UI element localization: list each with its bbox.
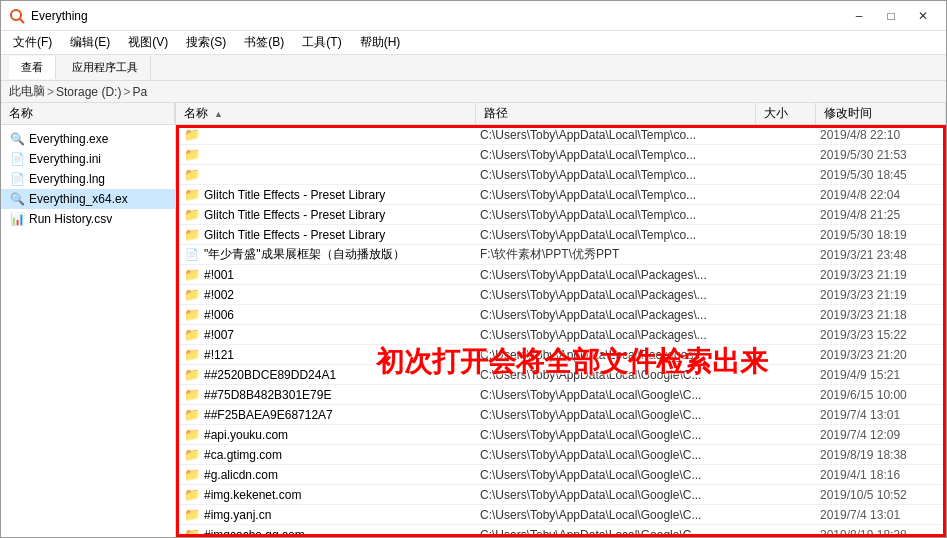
results-header: 名称 ▲ 路径 大小 修改时间 [176,103,946,125]
table-row[interactable]: 📁Glitch Title Effects - Preset Library C… [176,205,946,225]
folder-icon: 📁 [184,327,200,343]
col-header-date[interactable]: 修改时间 [816,103,946,124]
table-row[interactable]: 📁#g.alicdn.com C:\Users\Toby\AppData\Loc… [176,465,946,485]
svg-line-1 [20,19,24,23]
table-row[interactable]: 📁 C:\Users\Toby\AppData\Local\Temp\co...… [176,125,946,145]
everything-window: Everything – □ ✕ 文件(F) 编辑(E) 视图(V) 搜索(S)… [0,0,947,538]
left-item-everything-x64[interactable]: 🔍 Everything_x64.ex [1,189,175,209]
table-row[interactable]: 📁 C:\Users\Toby\AppData\Local\Temp\co...… [176,145,946,165]
main-content: 名称 🔍 Everything.exe 📄 Everything.ini 📄 E… [1,103,946,537]
title-bar: Everything – □ ✕ [1,1,946,31]
left-item-everything-exe[interactable]: 🔍 Everything.exe [1,129,175,149]
maximize-button[interactable]: □ [876,6,906,26]
menu-help[interactable]: 帮助(H) [352,32,409,53]
results-table: 📁 C:\Users\Toby\AppData\Local\Temp\co...… [176,125,946,537]
file-icon: 📄 [184,247,200,263]
folder-icon: 📁 [184,347,200,363]
folder-icon: 📁 [184,527,200,538]
tab-app-tools[interactable]: 应用程序工具 [60,56,151,79]
path-computer[interactable]: 此电脑 [9,83,45,100]
table-row[interactable]: 📁 C:\Users\Toby\AppData\Local\Temp\co...… [176,165,946,185]
exe-icon: 🔍 [9,131,25,147]
csv-icon: 📊 [9,211,25,227]
table-row[interactable]: 📁#img.yanj.cn C:\Users\Toby\AppData\Loca… [176,505,946,525]
folder-icon: 📁 [184,147,200,163]
left-item-run-history[interactable]: 📊 Run History.csv [1,209,175,229]
folder-icon: 📁 [184,167,200,183]
close-button[interactable]: ✕ [908,6,938,26]
menu-search[interactable]: 搜索(S) [178,32,234,53]
path-folder[interactable]: Pa [132,85,147,99]
minimize-button[interactable]: – [844,6,874,26]
right-panel: 名称 ▲ 路径 大小 修改时间 📁 C:\Users\Toby\AppData\… [176,103,946,537]
table-row[interactable]: 📁Glitch Title Effects - Preset Library C… [176,185,946,205]
explorer-path: 此电脑 > Storage (D:) > Pa [1,81,946,103]
tab-view[interactable]: 查看 [9,56,56,79]
file-icon: 📄 [9,151,25,167]
col-header-name[interactable]: 名称 ▲ [176,103,476,124]
table-row[interactable]: 📁#api.youku.com C:\Users\Toby\AppData\Lo… [176,425,946,445]
left-item-label: Run History.csv [29,212,112,226]
folder-icon: 📁 [184,427,200,443]
path-drive[interactable]: Storage (D:) [56,85,121,99]
table-row[interactable]: 📁Glitch Title Effects - Preset Library C… [176,225,946,245]
left-item-label: Everything.lng [29,172,105,186]
left-item-everything-ini[interactable]: 📄 Everything.ini [1,149,175,169]
menu-file[interactable]: 文件(F) [5,32,60,53]
left-item-everything-lng[interactable]: 📄 Everything.lng [1,169,175,189]
menu-tools[interactable]: 工具(T) [294,32,349,53]
folder-icon: 📁 [184,407,200,423]
table-row[interactable]: 📁#!121 C:\Users\Toby\AppData\Local\Packa… [176,345,946,365]
table-row[interactable]: 📁##2520BDCE89DD24A1 C:\Users\Toby\AppDat… [176,365,946,385]
window-controls: – □ ✕ [844,6,938,26]
folder-icon: 📁 [184,187,200,203]
col-header-path[interactable]: 路径 [476,103,756,124]
table-row[interactable]: 📁#!007 C:\Users\Toby\AppData\Local\Packa… [176,325,946,345]
left-item-label: Everything.exe [29,132,108,146]
menu-bar: 文件(F) 编辑(E) 视图(V) 搜索(S) 书签(B) 工具(T) 帮助(H… [1,31,946,55]
left-panel: 名称 🔍 Everything.exe 📄 Everything.ini 📄 E… [1,103,176,537]
folder-icon: 📁 [184,387,200,403]
table-row[interactable]: 📁#imgcache.qq.com C:\Users\Toby\AppData\… [176,525,946,537]
table-row[interactable]: 📄"年少青盛"成果展框架（自动播放版） F:\软件素材\PPT\优秀PPT 20… [176,245,946,265]
table-row[interactable]: 📁##75D8B482B301E79E C:\Users\Toby\AppDat… [176,385,946,405]
table-row[interactable]: 📁#!006 C:\Users\Toby\AppData\Local\Packa… [176,305,946,325]
folder-icon: 📁 [184,127,200,143]
file-icon: 📄 [9,171,25,187]
menu-view[interactable]: 视图(V) [120,32,176,53]
col-header-size[interactable]: 大小 [756,103,816,124]
folder-icon: 📁 [184,367,200,383]
left-panel-header: 名称 [1,103,175,125]
app-icon [9,8,25,24]
window-title: Everything [31,9,844,23]
left-item-label: Everything_x64.ex [29,192,128,206]
left-panel-content: 🔍 Everything.exe 📄 Everything.ini 📄 Ever… [1,125,175,537]
table-row[interactable]: 📁#img.kekenet.com C:\Users\Toby\AppData\… [176,485,946,505]
table-row[interactable]: 📁##F25BAEA9E68712A7 C:\Users\Toby\AppDat… [176,405,946,425]
folder-icon: 📁 [184,447,200,463]
explorer-toolbar: 查看 应用程序工具 [1,55,946,81]
folder-icon: 📁 [184,287,200,303]
exe-icon: 🔍 [9,191,25,207]
left-item-label: Everything.ini [29,152,101,166]
folder-icon: 📁 [184,267,200,283]
folder-icon: 📁 [184,307,200,323]
folder-icon: 📁 [184,207,200,223]
folder-icon: 📁 [184,227,200,243]
folder-icon: 📁 [184,507,200,523]
table-row[interactable]: 📁#!002 C:\Users\Toby\AppData\Local\Packa… [176,285,946,305]
menu-bookmark[interactable]: 书签(B) [236,32,292,53]
folder-icon: 📁 [184,487,200,503]
table-row[interactable]: 📁#!001 C:\Users\Toby\AppData\Local\Packa… [176,265,946,285]
sort-arrow-name: ▲ [214,109,223,119]
folder-icon: 📁 [184,467,200,483]
table-row[interactable]: 📁#ca.gtimg.com C:\Users\Toby\AppData\Loc… [176,445,946,465]
menu-edit[interactable]: 编辑(E) [62,32,118,53]
svg-point-0 [11,10,21,20]
left-col-name-header[interactable]: 名称 [1,103,175,124]
